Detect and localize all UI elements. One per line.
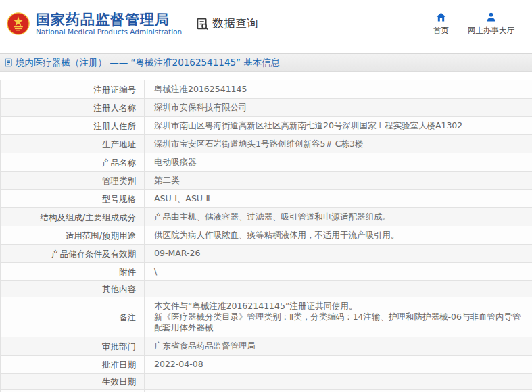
field-label: 审批部门 bbox=[1, 337, 145, 355]
field-label: 注册人名称 bbox=[1, 99, 145, 116]
table-row: 注册人名称深圳市安保科技有限公司 bbox=[1, 99, 532, 117]
field-label: 适用范围/预期用途 bbox=[1, 226, 145, 244]
info-table: 注册证编号粤械注准20162541145注册人名称深圳市安保科技有限公司注册人住… bbox=[0, 80, 532, 392]
field-label: 产品储存条件及有效期 bbox=[1, 245, 145, 262]
table-row: 结构及组成/主要组成成分产品由主机、储液容器、过滤器、吸引管道和电源适配器组成。 bbox=[1, 208, 532, 226]
field-label: 结构及组成/主要组成成分 bbox=[1, 208, 145, 226]
nav-home-label: 首页 bbox=[433, 26, 449, 36]
document-search-icon bbox=[195, 17, 210, 31]
table-row: 注册人住所深圳市南山区粤海街道高新区社区高新南七道20号深圳国家工程实验室大楼A… bbox=[1, 117, 532, 135]
field-value: 供医院为病人作吸脓血、痰等粘稠液体用，不适用于流产吸引用。 bbox=[145, 226, 532, 244]
home-icon bbox=[435, 11, 447, 23]
nav-home[interactable]: 首页 bbox=[433, 11, 449, 36]
field-label: 管理类别 bbox=[1, 172, 145, 189]
field-value: 粤械注准20162541145 bbox=[145, 80, 532, 98]
field-label: 注册证编号 bbox=[1, 80, 145, 98]
nav-service-hall-label: 网上办事大厅 bbox=[468, 26, 514, 36]
org-name-en: National Medical Products Administration bbox=[36, 28, 182, 36]
field-label: 备注 bbox=[1, 297, 145, 337]
field-value bbox=[145, 374, 532, 389]
table-row: 生产地址深圳市宝安区石岩街道塘头1号路创维创新谷5# C栋3楼 bbox=[1, 135, 532, 153]
logo[interactable]: 国家药品监督管理局 National Medical Products Admi… bbox=[7, 11, 182, 36]
field-value: 09-MAR-26 bbox=[145, 245, 532, 262]
table-row: 注册证编号粤械注准20162541145 bbox=[1, 80, 532, 99]
field-value: 深圳市宝安区石岩街道塘头1号路创维创新谷5# C栋3楼 bbox=[145, 135, 532, 153]
field-value: 深圳市南山区粤海街道高新区社区高新南七道20号深圳国家工程实验室大楼A1302 bbox=[145, 117, 532, 134]
header: 国家药品监督管理局 National Medical Products Admi… bbox=[0, 0, 532, 47]
table-row: 管理类别第二类 bbox=[1, 172, 532, 190]
table-row: 适用范围/预期用途供医院为病人作吸脓血、痰等粘稠液体用，不适用于流产吸引用。 bbox=[1, 226, 532, 245]
field-label: 生效日期 bbox=[1, 374, 145, 389]
org-name: 国家药品监督管理局 bbox=[36, 11, 182, 28]
table-row: 附件\ bbox=[1, 263, 532, 281]
table-row: 生效日期 bbox=[1, 374, 532, 390]
field-value bbox=[145, 281, 532, 297]
nav-service-hall[interactable]: 网上办事大厅 bbox=[468, 11, 514, 36]
table-row: 批准日期2022-04-08 bbox=[1, 356, 532, 374]
field-value: 深圳市安保科技有限公司 bbox=[145, 99, 532, 116]
table-row: 产品名称电动吸痰器 bbox=[1, 153, 532, 172]
table-row: 审批部门广东省食品药品监督管理局 bbox=[1, 337, 532, 356]
field-value: 广东省食品药品监督管理局 bbox=[145, 337, 532, 355]
field-label: 产品名称 bbox=[1, 153, 145, 171]
field-value: \ bbox=[145, 263, 532, 280]
field-value: 2022-04-08 bbox=[145, 356, 532, 373]
field-label: 附件 bbox=[1, 263, 145, 280]
national-emblem-icon bbox=[7, 12, 30, 35]
field-value: 第二类 bbox=[145, 172, 532, 189]
document-icon bbox=[4, 58, 13, 67]
table-row: 产品储存条件及有效期09-MAR-26 bbox=[1, 245, 532, 263]
field-value: 产品由主机、储液容器、过滤器、吸引管道和电源适配器组成。 bbox=[145, 208, 532, 226]
field-value: 本文件与“粤械注准20162141145”注册证共同使用。 新《医疗器械分类目录… bbox=[145, 297, 532, 337]
page-title: 境内医疗器械（注册） —— “粤械注准20162541145” 基本信息 bbox=[16, 57, 280, 69]
field-label: 型号规格 bbox=[1, 190, 145, 207]
header-nav: 首页 网上办事大厅 bbox=[433, 11, 523, 36]
field-label: 批准日期 bbox=[1, 356, 145, 373]
field-value: 电动吸痰器 bbox=[145, 153, 532, 171]
org-title-block: 国家药品监督管理局 National Medical Products Admi… bbox=[36, 11, 182, 36]
table-row: 备注本文件与“粤械注准20162141145”注册证共同使用。 新《医疗器械分类… bbox=[1, 297, 532, 337]
data-query-nav[interactable]: 数据查询 bbox=[195, 16, 258, 31]
field-label: 注册人住所 bbox=[1, 117, 145, 134]
data-query-label: 数据查询 bbox=[212, 16, 258, 31]
field-label: 生产地址 bbox=[1, 135, 145, 153]
field-label: 其他内容 bbox=[1, 281, 145, 297]
person-icon bbox=[485, 11, 497, 23]
table-row: 其他内容 bbox=[1, 281, 532, 297]
page-title-bar: 境内医疗器械（注册） —— “粤械注准20162541145” 基本信息 bbox=[0, 53, 532, 72]
field-value: ASU-Ⅰ、ASU-Ⅱ bbox=[145, 190, 532, 207]
table-row: 型号规格ASU-Ⅰ、ASU-Ⅱ bbox=[1, 190, 532, 208]
